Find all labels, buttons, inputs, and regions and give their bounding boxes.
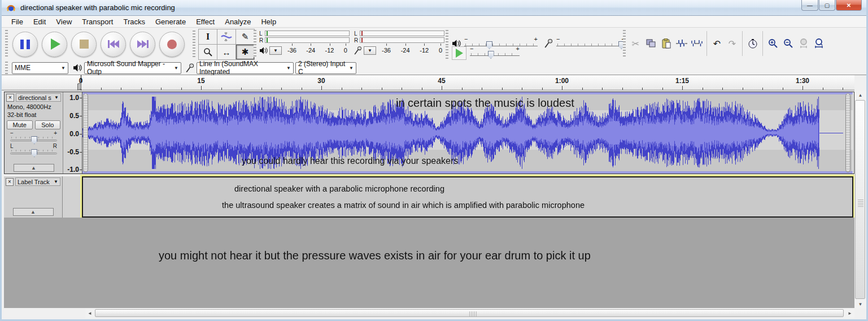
paste-button[interactable] <box>658 37 674 51</box>
vertical-scroll-thumb[interactable] <box>855 100 865 299</box>
playback-meter[interactable]: L R ▼ -36-24-120 <box>259 30 350 57</box>
timeline-label: 1:15 <box>675 77 689 85</box>
input-device-select[interactable]: Line In (SoundMAX Integrated▼ <box>197 62 294 74</box>
play-at-speed-button[interactable] <box>452 46 466 60</box>
menu-item-help[interactable]: Help <box>256 16 281 27</box>
toolbar-grip[interactable] <box>193 31 195 59</box>
input-volume-slider[interactable]: −+ <box>556 37 625 50</box>
timeline-tick <box>762 88 763 90</box>
solo-button[interactable]: Solo <box>35 120 61 129</box>
close-label-track-button[interactable]: × <box>6 178 14 186</box>
clip-right-handle[interactable] <box>845 93 850 172</box>
gain-slider[interactable]: − + <box>10 132 57 144</box>
waveform-area[interactable]: in certain spots the music is loudest yo… <box>82 92 853 173</box>
playback-speed-thumb[interactable] <box>488 51 494 59</box>
fit-project-button[interactable] <box>811 37 826 51</box>
title-bar[interactable]: directional speaker with parabolic mic r… <box>2 0 866 16</box>
scroll-down-button[interactable]: ▼ <box>854 300 866 309</box>
label-track-content[interactable]: directional speaker with a parabolic mic… <box>82 176 853 218</box>
tracks-background-area[interactable]: you might not hear it but the pressure w… <box>4 218 854 308</box>
menu-item-view[interactable]: View <box>51 16 77 27</box>
undo-button[interactable]: ↶ <box>709 37 725 51</box>
horizontal-scrollbar[interactable]: ◄ ► <box>85 309 854 318</box>
menu-item-edit[interactable]: Edit <box>28 16 51 27</box>
clip-left-handle[interactable] <box>83 93 88 172</box>
timeline-tick <box>482 88 482 90</box>
pause-icon <box>20 40 30 49</box>
audio-host-select[interactable]: MME▼ <box>12 62 68 74</box>
redo-button[interactable]: ↷ <box>725 37 740 51</box>
zoom-tool-button[interactable] <box>199 45 217 59</box>
output-device-select[interactable]: Microsoft Sound Mapper - Outp▼ <box>84 62 181 74</box>
playhead-flag[interactable] <box>77 83 81 91</box>
scroll-up-button[interactable]: ▲ <box>854 90 866 99</box>
selection-tool-button[interactable]: I <box>199 29 217 44</box>
restore-button[interactable]: ▢ <box>819 0 835 11</box>
minimize-button[interactable]: — <box>801 0 818 11</box>
sync-lock-clock-icon <box>748 38 758 49</box>
recording-meter[interactable]: L R ▼ -36-24-120 <box>354 30 444 57</box>
sync-lock-button[interactable] <box>745 37 760 51</box>
pan-thumb[interactable] <box>31 149 37 157</box>
zoom-in-button[interactable] <box>765 37 780 51</box>
track-name-menu[interactable]: directional s ▼ <box>16 93 61 102</box>
menu-item-analyze[interactable]: Analyze <box>220 16 256 27</box>
stop-button[interactable] <box>71 32 97 57</box>
menu-item-generate[interactable]: Generate <box>150 16 191 27</box>
chevron-down-icon: ▼ <box>58 66 66 71</box>
mute-button[interactable]: Mute <box>7 120 33 129</box>
toolbar-grip[interactable] <box>5 62 8 74</box>
gain-thumb[interactable] <box>31 136 37 144</box>
cut-button[interactable]: ✂ <box>628 37 643 51</box>
envelope-tool-button[interactable] <box>217 29 235 44</box>
pan-slider[interactable]: L R <box>10 145 57 157</box>
scroll-left-button[interactable]: ◄ <box>85 309 94 318</box>
annotation-wave-top: in certain spots the music is loudest <box>396 97 574 110</box>
multi-tool-button[interactable]: ✱ <box>236 45 254 59</box>
timeline-ruler[interactable]: 01530451:001:151:30 <box>2 75 854 90</box>
horizontal-scroll-thumb[interactable] <box>95 309 844 317</box>
toolbar-grip[interactable] <box>254 30 256 57</box>
copy-button[interactable] <box>643 37 658 51</box>
time-shift-tool-button[interactable]: ↔ <box>217 45 235 59</box>
trim-button[interactable] <box>674 37 689 51</box>
recording-meter-dropdown[interactable]: ▼ <box>364 46 376 55</box>
label-track-name-menu[interactable]: Label Track ▼ <box>15 177 60 186</box>
record-button[interactable] <box>159 32 185 57</box>
toolbar-grip[interactable] <box>623 30 626 57</box>
vertical-ruler[interactable]: 1.00.50.0-0.5-1.0 <box>63 92 82 173</box>
toolbar-grip[interactable] <box>5 30 8 58</box>
play-button[interactable] <box>42 32 67 57</box>
vertical-scrollbar[interactable]: ▲ ▼ <box>854 90 866 309</box>
annotation-wave-bottom: you could hardly hear this recording via… <box>242 156 458 166</box>
pause-button[interactable] <box>12 32 38 57</box>
vertical-ruler-label: 1.0 <box>69 94 79 102</box>
zoom-out-button[interactable] <box>780 37 796 51</box>
silence-button[interactable] <box>689 37 704 51</box>
label-text-1: directional speaker with a parabolic mic… <box>234 184 444 193</box>
menu-item-tracks[interactable]: Tracks <box>118 16 150 27</box>
menu-item-transport[interactable]: Transport <box>77 16 118 27</box>
close-track-button[interactable]: × <box>6 94 14 102</box>
toolbar-grip[interactable] <box>446 46 448 60</box>
toolbar-dock: I ✎ ↔ ✱ <box>2 28 866 75</box>
skip-to-start-button[interactable] <box>101 32 126 57</box>
draw-tool-button[interactable]: ✎ <box>236 29 254 44</box>
skip-to-end-button[interactable] <box>130 32 155 57</box>
annotation-bottom: you might not hear it but the pressure w… <box>159 249 591 262</box>
input-channels-select[interactable]: 2 (Stereo) Input C▼ <box>295 62 356 74</box>
collapse-label-track-button[interactable]: ▲ <box>13 208 54 216</box>
playback-meter-dropdown[interactable]: ▼ <box>269 46 282 55</box>
chevron-down-icon: ▼ <box>54 95 59 100</box>
vertical-ruler-label: -0.5 <box>67 148 79 156</box>
scroll-right-button[interactable]: ► <box>845 309 854 318</box>
menu-item-file[interactable]: File <box>6 16 28 27</box>
menu-item-effect[interactable]: Effect <box>191 16 220 27</box>
fit-selection-button[interactable] <box>796 37 811 51</box>
meter-scale-label: -24 <box>401 47 410 54</box>
timeline-tick <box>281 88 282 90</box>
timeline-tick <box>141 88 142 90</box>
playback-speed-slider[interactable]: −+ <box>470 46 520 60</box>
close-button[interactable]: ✕ <box>836 0 862 11</box>
collapse-track-button[interactable]: ▲ <box>14 164 54 172</box>
